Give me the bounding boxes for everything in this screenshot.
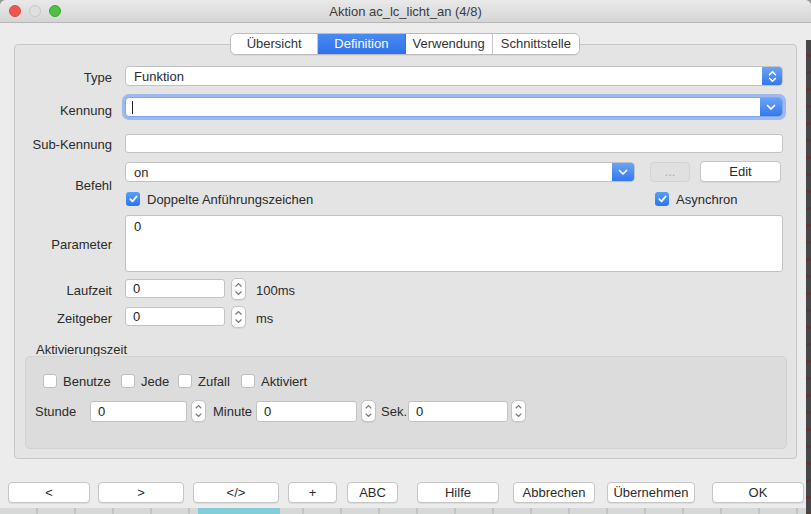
- befehl-value: on: [134, 163, 148, 182]
- befehl-combobox[interactable]: on: [125, 162, 635, 182]
- tab-verwendung[interactable]: Verwendung: [406, 34, 493, 54]
- laufzeit-stepper[interactable]: [231, 278, 246, 300]
- type-dropdown[interactable]: Funktion: [125, 66, 783, 86]
- background-teal-segment: [198, 508, 280, 514]
- sek-label: Sek.: [381, 404, 407, 419]
- chevron-down-icon[interactable]: [760, 98, 782, 116]
- sek-input[interactable]: [408, 401, 508, 422]
- sub-kennung-label: Sub-Kennung: [20, 137, 112, 152]
- parameter-label: Parameter: [20, 237, 112, 252]
- aktiviert-checkbox[interactable]: [241, 374, 255, 388]
- text-caret: [132, 101, 133, 114]
- type-label: Type: [20, 70, 112, 85]
- title-bar: Aktion ac_lc_licht_an (4/8): [0, 0, 811, 23]
- parameter-textarea[interactable]: 0: [125, 215, 783, 272]
- apply-button[interactable]: Übernehmen: [607, 482, 695, 503]
- befehl-edit-button[interactable]: Edit: [700, 161, 781, 182]
- tab-uebersicht[interactable]: Übersicht: [231, 34, 318, 54]
- double-quotes-checkbox[interactable]: [126, 192, 140, 206]
- zeitgeber-unit: ms: [256, 311, 273, 326]
- befehl-browse-button: ...: [650, 162, 690, 182]
- zeitgeber-input[interactable]: [125, 307, 225, 326]
- zufall-label: Zufall: [198, 374, 230, 389]
- add-button[interactable]: +: [288, 482, 337, 503]
- laufzeit-input[interactable]: [125, 279, 225, 298]
- stunde-input[interactable]: [90, 401, 187, 422]
- laufzeit-unit: 100ms: [256, 283, 295, 298]
- popup-arrows-icon: [762, 67, 782, 85]
- zeitgeber-stepper[interactable]: [231, 306, 246, 328]
- laufzeit-label: Laufzeit: [20, 283, 112, 298]
- window-title: Aktion ac_lc_licht_an (4/8): [0, 0, 811, 22]
- type-dropdown-value: Funktion: [134, 67, 184, 86]
- code-button[interactable]: </>: [193, 482, 279, 503]
- next-button[interactable]: >: [98, 482, 184, 503]
- stunde-label: Stunde: [35, 404, 76, 419]
- tab-bar: Übersicht Definition Verwendung Schnitts…: [230, 33, 580, 55]
- double-quotes-label: Doppelte Anführungszeichen: [147, 192, 313, 207]
- ok-button[interactable]: OK: [712, 482, 804, 503]
- cancel-button[interactable]: Abbrechen: [513, 482, 595, 503]
- sek-stepper[interactable]: [511, 400, 526, 422]
- befehl-label: Befehl: [20, 178, 112, 193]
- benutze-checkbox[interactable]: [43, 374, 57, 388]
- stunde-stepper[interactable]: [191, 400, 206, 422]
- zeitgeber-label: Zeitgeber: [20, 311, 112, 326]
- help-button[interactable]: Hilfe: [417, 482, 499, 503]
- sub-kennung-input[interactable]: [125, 134, 783, 153]
- kennung-combobox[interactable]: [125, 97, 783, 117]
- abc-button[interactable]: ABC: [347, 482, 398, 503]
- chevron-down-icon[interactable]: [612, 163, 634, 181]
- background-window-edge: [806, 40, 811, 514]
- aktiviert-label: Aktiviert: [261, 374, 307, 389]
- kennung-label: Kennung: [20, 103, 112, 118]
- tab-definition[interactable]: Definition: [318, 34, 405, 54]
- asynchron-label: Asynchron: [676, 192, 737, 207]
- aktivierungszeit-title: Aktivierungszeit: [36, 342, 127, 357]
- prev-button[interactable]: <: [8, 482, 90, 503]
- minute-input[interactable]: [256, 401, 357, 422]
- benutze-label: Benutze: [63, 374, 111, 389]
- background-window-bottom: [0, 508, 806, 514]
- tab-schnittstelle[interactable]: Schnittstelle: [493, 34, 579, 54]
- jede-checkbox[interactable]: [121, 374, 135, 388]
- asynchron-checkbox[interactable]: [655, 192, 669, 206]
- dialog-window: Aktion ac_lc_licht_an (4/8) Übersicht De…: [0, 0, 811, 514]
- zufall-checkbox[interactable]: [178, 374, 192, 388]
- minute-stepper[interactable]: [361, 400, 376, 422]
- minute-label: Minute: [213, 404, 252, 419]
- jede-label: Jede: [141, 374, 169, 389]
